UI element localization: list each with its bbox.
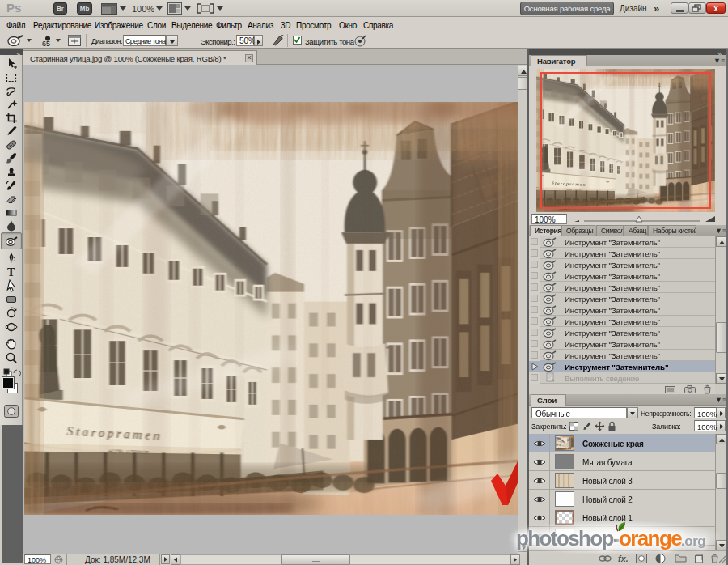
svg-text:T: T xyxy=(7,266,15,278)
